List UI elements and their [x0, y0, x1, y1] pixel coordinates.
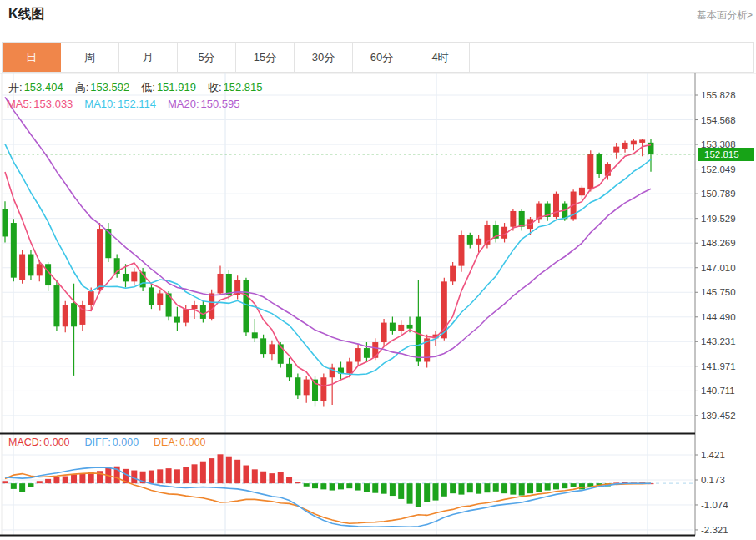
last-price-badge: 152.815 [698, 148, 754, 161]
readout-pair: MA20:150.595 [168, 98, 240, 110]
readout-pair: MA5:153.033 [7, 98, 73, 110]
axis-tick-label: 152.049 [701, 164, 736, 174]
readout-pair: 低:151.919 [141, 80, 196, 95]
axis-tick-label: 140.711 [701, 386, 735, 396]
axis-tick-label: 1.421 [701, 450, 725, 460]
fundamental-analysis-link[interactable]: 基本面分析> [697, 8, 753, 23]
axis-tick-label: 141.971 [701, 361, 736, 371]
tab-item-2[interactable]: 月 [119, 43, 178, 72]
ma-readout: MA5:153.033MA10:152.114MA20:150.595 [7, 98, 240, 110]
readout-pair: MACD:0.000 [8, 437, 70, 448]
interval-tab-bar: 日周月5分15分30分60分4时 [2, 42, 754, 73]
tab-item-4[interactable]: 15分 [236, 43, 295, 72]
axis-tick-label: 149.529 [701, 214, 736, 224]
page-title: K线图 [8, 6, 45, 23]
macd-histogram [3, 454, 654, 507]
title-divider [0, 28, 756, 28]
tab-item-6[interactable]: 60分 [353, 43, 411, 72]
axis-tick-label: 148.269 [701, 238, 736, 248]
axis-tick-label: -1.074 [701, 500, 728, 510]
ohlc-readout: 开:153.404高:153.592低:151.919收:152.815 [8, 80, 263, 95]
kline-app: 155.828154.568153.308152.049150.789149.5… [0, 0, 756, 540]
macd-readout: MACD:0.000DIFF:0.000DEA:0.000 [8, 437, 206, 448]
axis-tick-label: -2.321 [701, 525, 728, 535]
tab-item-5[interactable]: 30分 [295, 43, 353, 72]
axis-tick-label: 150.789 [701, 189, 736, 199]
axis-tick-label: 143.231 [701, 336, 736, 346]
axis-tick-label: 0.173 [701, 475, 725, 485]
axis-tick-label: 147.010 [701, 263, 736, 273]
axis-tick-label: 154.568 [701, 115, 736, 125]
readout-pair: MA10:152.114 [84, 98, 156, 110]
tab-item-0[interactable]: 日 [3, 43, 61, 72]
readout-pair: DIFF:0.000 [85, 437, 139, 448]
readout-pair: DEA:0.000 [154, 437, 205, 448]
axis-tick-label: 145.750 [701, 287, 736, 297]
tab-item-3[interactable]: 5分 [178, 43, 236, 72]
readout-pair: 开:153.404 [8, 80, 63, 95]
readout-pair: 高:153.592 [75, 80, 130, 95]
tab-item-1[interactable]: 周 [61, 43, 119, 72]
readout-pair: 收:152.815 [208, 80, 263, 95]
axis-tick-label: 139.452 [701, 411, 736, 421]
tab-item-7[interactable]: 4时 [411, 43, 470, 72]
ma20-line [5, 97, 651, 357]
axis-tick-label: 144.490 [701, 312, 736, 322]
axis-tick-label: 155.828 [701, 90, 736, 100]
